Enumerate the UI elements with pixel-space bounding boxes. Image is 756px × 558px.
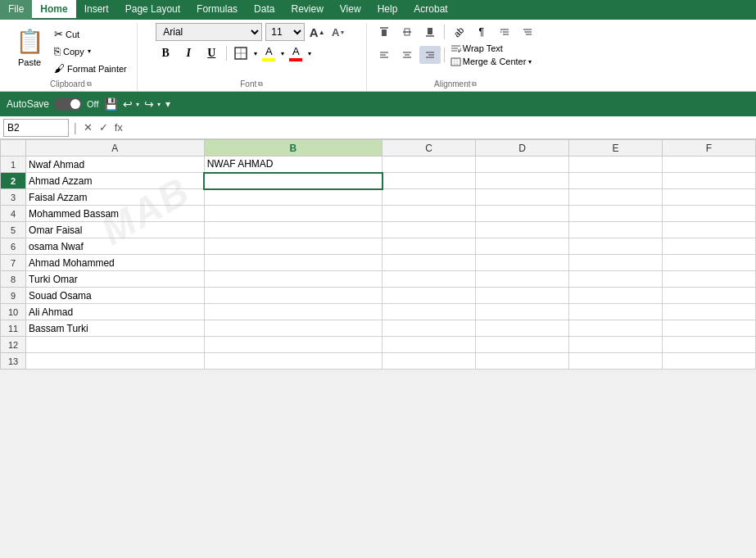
cell-f4[interactable] [663, 206, 756, 222]
cell-c3[interactable] [383, 189, 476, 206]
text-direction-button[interactable]: ¶ [471, 23, 492, 41]
cell-e13[interactable] [569, 353, 663, 370]
indent-right-button[interactable] [494, 23, 515, 41]
cell-f9[interactable] [663, 288, 756, 304]
font-size-select[interactable]: 11 [265, 23, 305, 41]
cell-e8[interactable] [569, 271, 663, 288]
cell-a5[interactable]: Omar Faisal [26, 222, 205, 238]
cell-e1[interactable] [569, 157, 663, 173]
menu-page-layout[interactable]: Page Layout [117, 0, 188, 20]
highlight-color-button[interactable]: A [260, 43, 277, 63]
cell-e6[interactable] [569, 238, 663, 255]
cell-e9[interactable] [569, 288, 663, 304]
paste-button[interactable]: 📋 Paste [11, 23, 48, 70]
cell-f13[interactable] [663, 353, 756, 370]
cell-e3[interactable] [569, 189, 663, 206]
cell-a11[interactable]: Bassam Turki [26, 320, 205, 337]
cell-f12[interactable] [663, 337, 756, 353]
cell-c9[interactable] [383, 288, 476, 304]
cell-d13[interactable] [476, 353, 569, 370]
cell-c10[interactable] [383, 304, 476, 320]
cell-f5[interactable] [663, 222, 756, 238]
cell-e7[interactable] [569, 255, 663, 271]
alignment-dialog-launcher[interactable]: ⧉ [472, 80, 477, 88]
autosave-toggle[interactable] [54, 98, 82, 111]
redo-button[interactable]: ↪ ▾ [144, 98, 161, 111]
cell-f10[interactable] [663, 304, 756, 320]
cell-b5[interactable] [204, 222, 383, 238]
cell-a4[interactable]: Mohammed Bassam [26, 206, 205, 222]
formula-input[interactable] [128, 122, 753, 134]
cell-a1[interactable]: Nwaf Ahmad [26, 157, 205, 173]
menu-data[interactable]: Data [246, 0, 283, 20]
col-header-f[interactable]: F [663, 140, 756, 157]
cell-b2[interactable] [204, 173, 383, 189]
cell-f6[interactable] [663, 238, 756, 255]
outdent-button[interactable] [517, 23, 538, 41]
bold-button[interactable]: B [156, 43, 175, 63]
cell-b1[interactable]: NWAF AHMAD [204, 157, 383, 173]
cell-e4[interactable] [569, 206, 663, 222]
cell-f3[interactable] [663, 189, 756, 206]
cell-f1[interactable] [663, 157, 756, 173]
menu-file[interactable]: File [0, 0, 32, 20]
cell-a9[interactable]: Souad Osama [26, 288, 205, 304]
cell-a7[interactable]: Ahmad Mohammed [26, 255, 205, 271]
cell-c8[interactable] [383, 271, 476, 288]
cell-c5[interactable] [383, 222, 476, 238]
copy-button[interactable]: ⎘ Copy ▾ [51, 43, 130, 59]
cell-c4[interactable] [383, 206, 476, 222]
cell-reference-box[interactable]: B2 [3, 119, 69, 137]
cell-a12[interactable] [26, 337, 205, 353]
cell-d11[interactable] [476, 320, 569, 337]
cell-d4[interactable] [476, 206, 569, 222]
cell-c6[interactable] [383, 238, 476, 255]
cell-a10[interactable]: Ali Ahmad [26, 304, 205, 320]
cell-a2[interactable]: Ahmad Azzam [26, 173, 205, 189]
font-color-dropdown[interactable]: ▾ [308, 50, 311, 57]
cancel-formula-icon[interactable]: ✕ [82, 120, 94, 135]
font-family-select[interactable]: Arial [156, 23, 262, 41]
cell-a8[interactable]: Turki Omar [26, 271, 205, 288]
customize-qa-button[interactable]: ▾ [165, 98, 170, 110]
cell-a6[interactable]: osama Nwaf [26, 238, 205, 255]
align-center-button[interactable] [396, 46, 418, 64]
cell-d3[interactable] [476, 189, 569, 206]
cell-d10[interactable] [476, 304, 569, 320]
merge-center-button[interactable]: Merge & Center ▾ [448, 56, 535, 67]
cell-d2[interactable] [476, 173, 569, 189]
col-header-d[interactable]: D [476, 140, 569, 157]
align-top-button[interactable] [373, 23, 395, 41]
menu-acrobat[interactable]: Acrobat [405, 0, 455, 20]
cell-f11[interactable] [663, 320, 756, 337]
cell-f2[interactable] [663, 173, 756, 189]
col-header-e[interactable]: E [569, 140, 663, 157]
underline-button[interactable]: U [201, 43, 221, 63]
font-dialog-launcher[interactable]: ⧉ [258, 80, 263, 88]
cell-e11[interactable] [569, 320, 663, 337]
cell-b11[interactable] [204, 320, 383, 337]
cut-button[interactable]: ✂ Cut [51, 26, 130, 42]
increase-font-size-button[interactable]: A▲ [308, 23, 326, 41]
border-button[interactable] [232, 44, 250, 62]
cell-b9[interactable] [204, 288, 383, 304]
undo-button[interactable]: ↩ ▾ [123, 98, 139, 111]
cell-c2[interactable] [383, 173, 476, 189]
decrease-font-size-button[interactable]: A▼ [329, 23, 347, 41]
menu-help[interactable]: Help [369, 0, 406, 20]
cell-d7[interactable] [476, 255, 569, 271]
align-left-button[interactable] [373, 46, 395, 64]
font-color-button[interactable]: A [287, 43, 304, 63]
format-painter-button[interactable]: 🖌 Format Painter [51, 61, 130, 76]
save-button[interactable]: 💾 [104, 98, 118, 111]
col-header-b[interactable]: B [204, 140, 383, 157]
cell-a3[interactable]: Faisal Azzam [26, 189, 205, 206]
border-dropdown[interactable]: ▾ [254, 50, 257, 57]
cell-c1[interactable] [383, 157, 476, 173]
cell-d9[interactable] [476, 288, 569, 304]
align-right-button[interactable] [419, 46, 441, 64]
confirm-formula-icon[interactable]: ✓ [97, 120, 110, 135]
orientation-button[interactable]: ab [445, 18, 473, 46]
cell-b10[interactable] [204, 304, 383, 320]
cell-d1[interactable] [476, 157, 569, 173]
